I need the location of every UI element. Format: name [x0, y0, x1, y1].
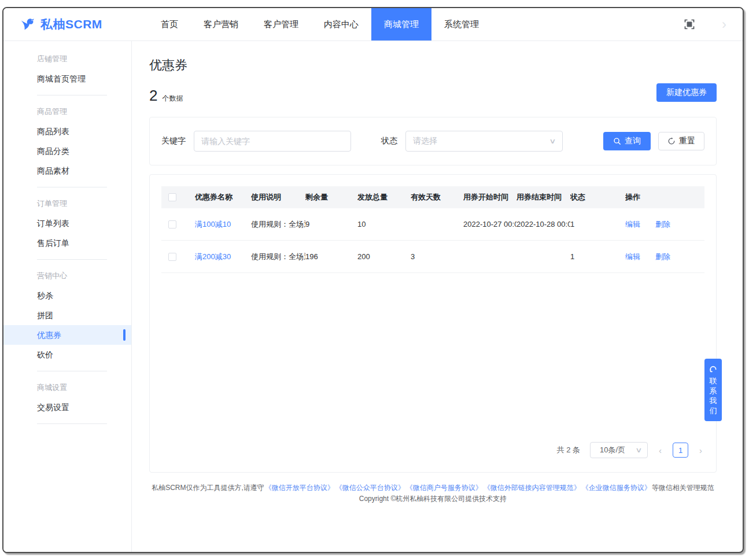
top-navbar: 私柚SCRM 首页客户营销客户管理内容中心商城管理系统管理 ›	[3, 8, 743, 41]
active-indicator-bar	[123, 329, 126, 341]
row-select-cell	[161, 220, 195, 229]
coupon-table-card: 优惠券名称 使用说明 剩余量 发放总量 有效天数 用券开始时间 用券结束时间 状…	[149, 174, 717, 473]
table-row: 满100减10使用规则：全场通用9102022-10-27 00:00:0020…	[161, 208, 704, 241]
page-number-1[interactable]: 1	[673, 443, 688, 458]
cell-status: 1	[570, 252, 625, 261]
sidebar-item-group-buy[interactable]: 拼团	[3, 305, 131, 325]
reset-button[interactable]: 重置	[658, 132, 704, 150]
cell-actions: 编辑删除	[625, 219, 704, 230]
cell-start-time: 2022-10-27 00:00:00	[463, 220, 516, 229]
sidebar-item-bargain[interactable]: 砍价	[3, 345, 131, 364]
count-row: 2 个数据 新建优惠券	[149, 87, 717, 105]
cell-coupon-name: 满100减10	[195, 219, 251, 230]
table-header-row: 优惠券名称 使用说明 剩余量 发放总量 有效天数 用券开始时间 用券结束时间 状…	[161, 186, 704, 208]
footer-line1: 私柚SCRM仅作为工具提供方,请遵守《微信开放平台协议》《微信公众平台协议》《微…	[149, 482, 717, 493]
select-all-cell	[161, 193, 195, 201]
cell-actions: 编辑删除	[625, 252, 704, 262]
chevron-down-icon: ∨	[635, 446, 642, 454]
footer-agreement-link[interactable]: 《微信商户号服务协议》	[406, 484, 482, 492]
cell-usage: 使用规则：全场通用	[251, 252, 305, 262]
page-title: 优惠券	[149, 57, 717, 74]
headset-icon	[709, 364, 718, 373]
sidebar-group-header-mall-settings: 商城设置	[3, 378, 131, 397]
contact-us-widget[interactable]: 联系我们	[704, 359, 722, 421]
sidebar-item-product-list[interactable]: 商品列表	[3, 121, 131, 141]
sidebar-divider	[37, 423, 107, 424]
prev-page-button[interactable]: ‹	[658, 445, 663, 455]
row-select-cell	[161, 253, 195, 261]
cell-usage: 使用规则：全场通用	[251, 219, 305, 230]
select-all-checkbox[interactable]	[168, 193, 176, 201]
contact-us-label: 联系我们	[710, 376, 717, 415]
brand-name: 私柚SCRM	[40, 16, 102, 32]
coupon-name-link[interactable]: 满100减10	[195, 220, 231, 229]
cell-total: 10	[357, 220, 411, 229]
delete-link[interactable]: 删除	[655, 252, 670, 261]
search-button[interactable]: 查询	[603, 132, 651, 150]
sidebar-item-mall-home-management[interactable]: 商城首页管理	[3, 69, 131, 89]
chevron-down-icon: ∨	[549, 137, 556, 145]
pagination: 共 2 条 10条/页 ∨ ‹ 1 ›	[161, 434, 704, 464]
sidebar-item-trade-settings[interactable]: 交易设置	[3, 397, 131, 417]
coupon-name-link[interactable]: 满200减30	[195, 252, 231, 261]
sidebar-item-coupon[interactable]: 优惠券	[3, 325, 131, 345]
nav-item-home[interactable]: 首页	[148, 8, 191, 40]
header-total: 发放总量	[357, 192, 411, 202]
chevron-right-icon[interactable]: ›	[722, 17, 726, 31]
footer-agreement-link[interactable]: 《微信开放平台协议》	[265, 484, 334, 492]
delete-link[interactable]: 删除	[655, 220, 670, 229]
header-usage: 使用说明	[251, 192, 305, 202]
header-status: 状态	[570, 192, 625, 202]
sidebar-group-header-shop-management: 店铺管理	[3, 49, 131, 69]
nav-menu: 首页客户营销客户管理内容中心商城管理系统管理	[148, 8, 492, 40]
nav-item-mall-management[interactable]: 商城管理	[371, 8, 431, 40]
keyword-label: 关键字	[161, 136, 186, 146]
page-size-select[interactable]: 10条/页 ∨	[590, 442, 648, 458]
table-body: 满100减10使用规则：全场通用9102022-10-27 00:00:0020…	[161, 208, 704, 273]
nav-item-customer-marketing[interactable]: 客户营销	[191, 8, 251, 40]
sidebar-item-after-sale-order[interactable]: 售后订单	[3, 233, 131, 253]
record-count: 2	[149, 87, 157, 105]
next-page-button[interactable]: ›	[698, 445, 703, 455]
edit-link[interactable]: 编辑	[625, 252, 640, 261]
filter-card: 关键字 状态 请选择 ∨ 查询	[149, 117, 717, 165]
header-coupon-name: 优惠券名称	[195, 192, 251, 202]
filter-actions: 查询 重置	[603, 132, 704, 150]
brand-logo[interactable]: 私柚SCRM	[3, 8, 148, 40]
header-remaining: 剩余量	[305, 192, 357, 202]
keyword-input[interactable]	[194, 131, 351, 152]
header-start-time: 用券开始时间	[463, 192, 516, 202]
sidebar-group-header-marketing-center: 营销中心	[3, 266, 131, 286]
record-count-suffix: 个数据	[162, 94, 183, 104]
navbar-right: ›	[684, 8, 743, 40]
create-coupon-button[interactable]: 新建优惠券	[656, 83, 717, 102]
sidebar-group-header-product-management: 商品管理	[3, 102, 131, 121]
sidebar-item-order-list[interactable]: 订单列表	[3, 213, 131, 233]
nav-item-customer-management[interactable]: 客户管理	[251, 8, 311, 40]
fullscreen-icon[interactable]	[684, 19, 695, 30]
status-label: 状态	[381, 136, 397, 146]
footer-agreement-link[interactable]: 《微信外部链接内容管理规范》	[484, 484, 581, 492]
bird-logo-icon	[19, 16, 36, 33]
refresh-icon	[667, 137, 676, 145]
edit-link[interactable]: 编辑	[625, 220, 640, 229]
sidebar-divider	[37, 95, 107, 95]
cell-total: 200	[357, 252, 411, 261]
sidebar-divider	[37, 371, 107, 371]
header-actions: 操作	[625, 192, 704, 202]
row-checkbox[interactable]	[168, 220, 176, 229]
cell-status: 1	[570, 220, 625, 229]
sidebar-item-product-category[interactable]: 商品分类	[3, 141, 131, 161]
footer-copyright: Copyright ©杭州私柚科技有限公司提供技术支持	[149, 493, 717, 504]
row-checkbox[interactable]	[168, 253, 176, 261]
nav-item-content-center[interactable]: 内容中心	[311, 8, 371, 40]
cell-end-time: 2022-10-28 00:00:00	[516, 220, 570, 229]
sidebar-item-flash-sale[interactable]: 秒杀	[3, 286, 131, 305]
nav-item-system-management[interactable]: 系统管理	[431, 8, 492, 40]
cell-remaining: 9	[305, 220, 357, 229]
status-select[interactable]: 请选择 ∨	[405, 131, 563, 152]
footer-agreement-link[interactable]: 《微信公众平台协议》	[335, 484, 405, 492]
footer-agreement-link[interactable]: 《企业微信服务协议》	[582, 484, 651, 492]
sidebar-item-product-material[interactable]: 商品素材	[3, 161, 131, 180]
total-count-text: 共 2 条	[557, 445, 580, 455]
